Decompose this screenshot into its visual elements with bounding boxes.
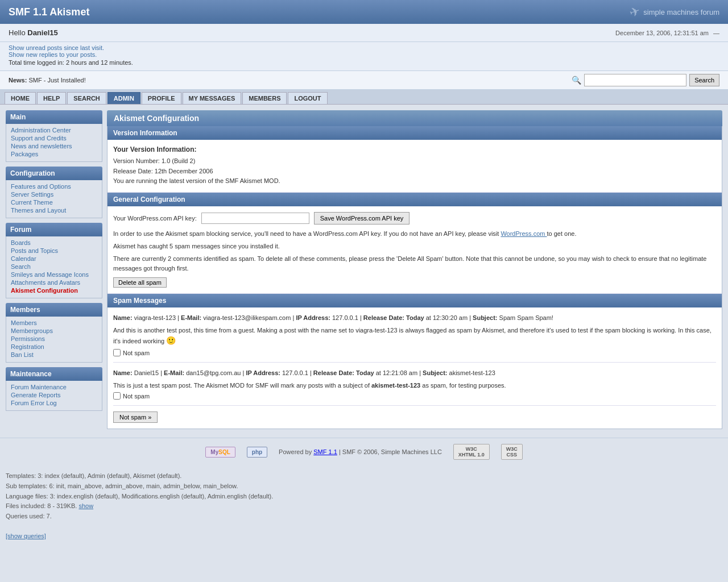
sidebar-item-permissions[interactable]: Permissions <box>11 335 97 342</box>
search-area: 🔍 Search <box>572 74 719 86</box>
debug-files-included: Files included: 8 - 319KB. show <box>6 501 722 512</box>
spam-subject-label-1: Subject: <box>473 314 497 321</box>
spam-release-time-1: at 12:30:20 am <box>426 314 468 321</box>
sidebar-item-error-log[interactable]: Forum Error Log <box>11 400 97 406</box>
sidebar-item-ban-list[interactable]: Ban List <box>11 351 97 358</box>
new-replies-link[interactable]: Show new replies to your posts. <box>9 51 719 58</box>
sidebar-item-forum-maintenance[interactable]: Forum Maintenance <box>11 384 97 390</box>
release-date: Release Date: 12th December 2006 <box>113 167 716 177</box>
welcome-right: December 13, 2006, 12:31:51 am — <box>615 30 719 36</box>
content-body: Version Information Your Version Informa… <box>107 126 722 429</box>
emoji-smile-1: 🙂 <box>166 336 176 345</box>
sidebar-section-main: Main Administration Center Support and C… <box>6 110 102 162</box>
sidebar-item-members[interactable]: Members <box>11 319 97 326</box>
not-spam-checkbox-1[interactable] <box>113 349 121 356</box>
logo-text: simple machines forum <box>643 8 719 16</box>
spam-name-1: viagra-test-123 <box>134 314 176 321</box>
site-logo: ✈ simple machines forum <box>630 5 719 19</box>
sidebar-item-admin-center[interactable]: Administration Center <box>11 127 97 134</box>
sidebar-members-body: Members Membergroups Permissions Registr… <box>6 317 102 363</box>
sidebar-item-attachments[interactable]: Attachments and Avatars <box>11 279 97 286</box>
sidebar-main-body: Administration Center Support and Credit… <box>6 124 102 162</box>
show-queries-link[interactable]: [show queries] <box>6 533 46 539</box>
spam-header-1: Name: viagra-test-123 | E-Mail: viagra-t… <box>113 313 716 323</box>
tab-admin[interactable]: ADMIN <box>107 92 140 104</box>
spam-ip-label-1: IP Address: <box>296 314 330 321</box>
news-content: SMF - Just Installed! <box>28 77 85 84</box>
spam-name-label-1: Name: <box>113 314 133 321</box>
spam-header-2: Name: Daniel15 | E-Mail: dan15@tpg.com.a… <box>113 368 716 379</box>
news-bar: News: SMF - Just Installed! 🔍 Search <box>0 71 728 90</box>
show-files-link[interactable]: show <box>78 502 93 509</box>
sidebar-item-server[interactable]: Server Settings <box>11 191 97 198</box>
sidebar-item-membergroups[interactable]: Membergroups <box>11 327 97 334</box>
debug-language-files: Language files: 3: index.english (defaul… <box>6 492 722 502</box>
not-spam-check-2: Not spam <box>113 392 716 400</box>
search-button[interactable]: Search <box>689 74 719 86</box>
version-status: You are running the latest version of th… <box>113 176 716 186</box>
spam-subject-2: akismet-test-123 <box>449 369 495 376</box>
delete-all-spam-button[interactable]: Delete all spam <box>113 277 167 288</box>
spam-release-label-1: Release Date: Today <box>363 314 424 321</box>
footer: MySQL php Powered by SMF 1.1 | SMF © 200… <box>0 438 728 468</box>
debug-templates: Templates: 3: index (default), Admin (de… <box>6 471 722 481</box>
sidebar-item-features[interactable]: Features and Options <box>11 183 97 190</box>
not-spam-submit: Not spam » <box>113 411 716 423</box>
sidebar-section-members: Members Members Membergroups Permissions… <box>6 303 102 363</box>
sidebar-item-calendar[interactable]: Calendar <box>11 255 97 262</box>
spam-body-1: And this is another test post, this time… <box>113 326 716 347</box>
version-section-header: Version Information <box>107 126 722 140</box>
minimize-icon[interactable]: — <box>713 30 719 36</box>
sidebar-item-current-theme[interactable]: Current Theme <box>11 199 97 206</box>
tab-my-messages[interactable]: MY MESSAGES <box>183 92 242 104</box>
sidebar-config-header: Configuration <box>6 167 102 180</box>
sidebar-section-maintenance: Maintenance Forum Maintenance Generate R… <box>6 367 102 411</box>
debug-info: Templates: 3: index (default), Admin (de… <box>0 468 728 544</box>
sidebar-item-packages[interactable]: Packages <box>11 151 97 157</box>
search-input[interactable] <box>584 74 686 86</box>
hello-text: Hello Daniel15 <box>9 28 58 37</box>
welcome-bar: Hello Daniel15 December 13, 2006, 12:31:… <box>0 24 728 42</box>
tab-home[interactable]: HOME <box>5 92 36 104</box>
nav-tabs: HOME HELP SEARCH ADMIN PROFILE MY MESSAG… <box>0 90 728 105</box>
sidebar-item-support-credits[interactable]: Support and Credits <box>11 135 97 142</box>
wordpress-link[interactable]: WordPress.com <box>500 230 547 237</box>
sidebar-config-body: Features and Options Server Settings Cur… <box>6 180 102 218</box>
sidebar-item-boards[interactable]: Boards <box>11 239 97 246</box>
sidebar-item-themes-layout[interactable]: Themes and Layout <box>11 207 97 214</box>
api-key-input[interactable] <box>201 213 309 224</box>
main-layout: Main Administration Center Support and C… <box>0 105 728 435</box>
debug-sub-templates: Sub templates: 6: init, main_above, admi… <box>6 481 722 492</box>
mysql-badge: MySQL <box>205 447 235 458</box>
sidebar-item-news[interactable]: News and newsletters <box>11 143 97 149</box>
version-title: Your Version Information: <box>113 146 716 153</box>
not-spam-submit-button[interactable]: Not spam » <box>113 411 158 423</box>
sidebar-item-akismet[interactable]: Akismet Configuration <box>11 287 97 294</box>
not-spam-checkbox-2[interactable] <box>113 392 121 400</box>
news-label: News: <box>9 77 27 84</box>
sidebar-item-generate-reports[interactable]: Generate Reports <box>11 392 97 398</box>
spam-notice-text: There are currently 2 comments identifie… <box>113 254 716 273</box>
sidebar-item-smileys[interactable]: Smileys and Message Icons <box>11 271 97 278</box>
unread-posts-link[interactable]: Show unread posts since last visit. <box>9 44 719 51</box>
site-header: SMF 1.1 Akismet ✈ simple machines forum <box>0 0 728 24</box>
tab-profile[interactable]: PROFILE <box>142 92 181 104</box>
site-title: SMF 1.1 Akismet <box>9 6 89 18</box>
tab-search[interactable]: SEARCH <box>67 92 106 104</box>
spam-message-1: Name: viagra-test-123 | E-Mail: viagra-t… <box>113 313 716 363</box>
api-key-row: Your WordPress.com API key: Save WordPre… <box>113 212 716 225</box>
spam-email-2: dan15@tpg.com.au <box>186 369 241 376</box>
sidebar-item-posts-topics[interactable]: Posts and Topics <box>11 247 97 254</box>
not-spam-label-1: Not spam <box>123 350 150 356</box>
tab-members[interactable]: MEMBERS <box>242 92 287 104</box>
spam-body-2: This is just a test spam post. The Akism… <box>113 381 716 390</box>
smf-link[interactable]: SMF 1.1 <box>313 448 337 455</box>
spam-ip-1: 127.0.0.1 <box>332 314 358 321</box>
username: Daniel15 <box>27 28 57 37</box>
sidebar-members-header: Members <box>6 303 102 317</box>
tab-help[interactable]: HELP <box>37 92 66 104</box>
sidebar-item-search[interactable]: Search <box>11 263 97 270</box>
sidebar-item-registration[interactable]: Registration <box>11 343 97 350</box>
tab-logout[interactable]: LOGOUT <box>288 92 327 104</box>
save-api-key-button[interactable]: Save WordPress.com API key <box>314 212 410 225</box>
